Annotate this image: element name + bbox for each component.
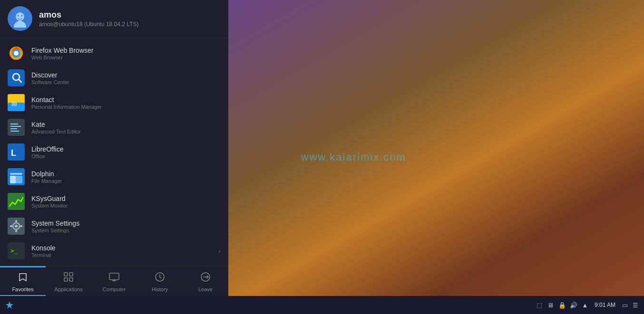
svg-point-2 [17, 15, 19, 17]
svg-point-3 [21, 15, 23, 17]
app-icon-kate [8, 119, 25, 136]
app-icon-konsole: >_ [8, 242, 25, 259]
app-item-konsole[interactable]: >_KonsoleTerminal› [0, 238, 228, 263]
user-header: amos amos@ubuntu18 (Ubuntu 18.04.2 LTS) [0, 0, 228, 38]
app-icon-sysset [8, 218, 25, 235]
app-desc-kontact: Personal Information Manager [31, 104, 102, 110]
nav-tab-favorites[interactable]: Favorites [0, 266, 46, 296]
app-icon-dolphin [8, 168, 25, 185]
svg-rect-18 [10, 131, 19, 132]
app-icon-kontact: ✉ [8, 94, 25, 111]
files-icon[interactable]: ⬚ [536, 301, 543, 309]
app-desc-firefox: Web Browser [31, 55, 93, 60]
arrow-up-icon[interactable]: ▲ [581, 301, 589, 309]
system-time: 9:01 AM [595, 302, 615, 308]
nav-tab-computer[interactable]: Computer [91, 266, 137, 296]
svg-rect-24 [10, 176, 16, 183]
svg-rect-39 [109, 273, 119, 280]
app-text-konsole: KonsoleTerminal [31, 244, 56, 258]
nav-label-leave: Leave [198, 286, 213, 292]
app-item-dolphin[interactable]: DolphinFile Manager [0, 164, 228, 189]
taskbar-left [0, 299, 15, 311]
screen-corner-icon[interactable]: ▭ [621, 301, 629, 309]
nav-tab-applications[interactable]: Applications [46, 266, 91, 296]
svg-point-28 [15, 225, 18, 228]
nav-icon-leave [200, 271, 211, 284]
svg-rect-7 [8, 69, 25, 86]
kde-menu-button[interactable] [4, 299, 15, 311]
app-name-kate: Kate [31, 121, 81, 128]
nav-label-computer: Computer [103, 286, 126, 292]
menu-lines-icon[interactable]: ☰ [632, 301, 639, 309]
volume-icon[interactable]: 🔊 [570, 301, 577, 309]
svg-rect-31 [10, 225, 12, 227]
user-email: amos@ubuntu18 (Ubuntu 18.04.2 LTS) [39, 21, 138, 28]
kde-logo-icon [5, 300, 14, 310]
user-name: amos [39, 10, 138, 20]
nav-icon-applications [63, 271, 74, 284]
app-item-kate[interactable]: KateAdvanced Text Editor [0, 115, 228, 140]
nav-tab-history[interactable]: History [137, 266, 183, 296]
svg-text:✉: ✉ [11, 100, 17, 108]
avatar-icon [11, 10, 29, 28]
app-menu: amos amos@ubuntu18 (Ubuntu 18.04.2 LTS) … [0, 0, 228, 296]
app-desc-dolphin: File Manager [31, 178, 62, 184]
app-name-ksysguard: KSysGuard [31, 195, 68, 202]
desktop-watermark: www.kalarimix.com [301, 151, 406, 163]
svg-text:>_: >_ [10, 247, 18, 254]
app-item-ksysguard[interactable]: KSysGuardSystem Monitor [0, 189, 228, 214]
svg-rect-36 [69, 273, 73, 276]
app-item-libreoffice[interactable]: LLibreOfficeOffice [0, 140, 228, 164]
svg-rect-19 [8, 143, 25, 161]
nav-icon-computer [108, 271, 120, 284]
app-desc-discover: Software Center [31, 79, 69, 85]
svg-rect-32 [20, 225, 22, 227]
app-name-firefox: Firefox Web Browser [31, 47, 93, 54]
svg-rect-22 [10, 173, 22, 175]
nav-label-history: History [152, 286, 168, 292]
network-icon[interactable]: 🔒 [558, 301, 566, 309]
svg-rect-38 [69, 278, 73, 281]
nav-icon-favorites [17, 271, 29, 284]
app-list: Firefox Web BrowserWeb BrowserDiscoverSo… [0, 38, 228, 266]
svg-text:L: L [11, 148, 16, 158]
app-icon-ksysguard [8, 193, 25, 210]
app-text-discover: DiscoverSoftware Center [31, 71, 69, 85]
avatar [8, 6, 32, 31]
app-text-ksysguard: KSysGuardSystem Monitor [31, 195, 68, 209]
taskbar-right: ⬚ 🖥 🔒 🔊 ▲ 9:01 AM ▭ ☰ [536, 301, 644, 309]
app-name-kontact: Kontact [31, 96, 102, 104]
app-text-sysset: System SettingsSystem Settings [31, 219, 79, 233]
app-name-konsole: Konsole [31, 244, 56, 252]
svg-rect-29 [15, 220, 17, 222]
app-name-discover: Discover [31, 71, 69, 79]
app-name-dolphin: Dolphin [31, 170, 62, 178]
nav-label-applications: Applications [54, 286, 82, 292]
app-desc-ksysguard: System Monitor [31, 203, 68, 209]
app-item-firefox[interactable]: Firefox Web BrowserWeb Browser [0, 41, 228, 66]
app-desc-kate: Advanced Text Editor [31, 129, 81, 134]
app-item-kontact[interactable]: ✉KontactPersonal Information Manager [0, 90, 228, 115]
app-item-discover[interactable]: DiscoverSoftware Center [0, 66, 228, 90]
tab-active-indicator [0, 266, 46, 267]
app-desc-sysset: System Settings [31, 228, 79, 233]
app-desc-libreoffice: Office [31, 153, 63, 159]
app-icon-libreoffice: L [8, 143, 25, 161]
svg-rect-16 [10, 126, 21, 127]
nav-tab-leave[interactable]: Leave [183, 266, 228, 296]
display-icon[interactable]: 🖥 [547, 301, 555, 309]
app-text-firefox: Firefox Web BrowserWeb Browser [31, 47, 93, 60]
app-text-kate: KateAdvanced Text Editor [31, 121, 81, 134]
svg-rect-37 [64, 278, 68, 281]
svg-rect-14 [8, 119, 25, 136]
app-name-sysset: System Settings [31, 219, 79, 227]
app-text-dolphin: DolphinFile Manager [31, 170, 62, 184]
taskbar: ⬚ 🖥 🔒 🔊 ▲ 9:01 AM ▭ ☰ [0, 296, 644, 314]
app-text-kontact: KontactPersonal Information Manager [31, 96, 102, 110]
system-tray: ⬚ 🖥 🔒 🔊 ▲ [536, 301, 589, 309]
svg-point-6 [14, 51, 19, 56]
app-desc-konsole: Terminal [31, 252, 56, 258]
app-item-sysset[interactable]: System SettingsSystem Settings [0, 214, 228, 238]
app-text-libreoffice: LibreOfficeOffice [31, 145, 63, 159]
svg-rect-25 [8, 193, 25, 210]
